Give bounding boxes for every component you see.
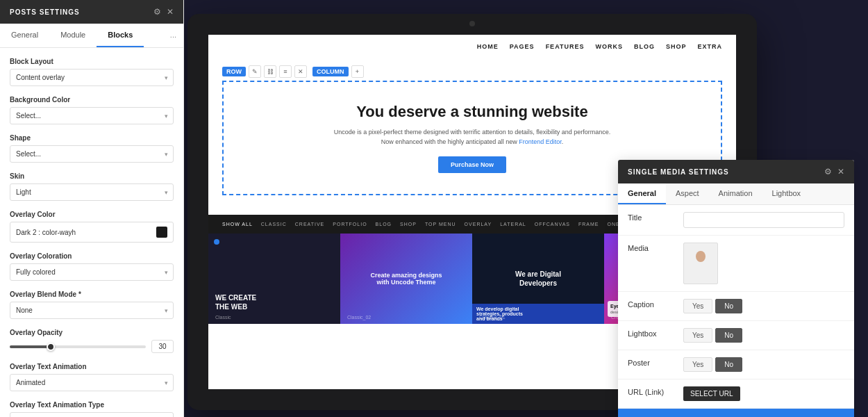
slider-value-input[interactable]: 30 xyxy=(151,340,174,353)
dark-menu-portfolio[interactable]: PORTFOLIO xyxy=(333,222,367,227)
overlay-opacity-slider-container: 30 xyxy=(10,340,174,353)
dark-menu-show-all[interactable]: SHOW ALL xyxy=(222,222,253,227)
overlay-blend-mode-select[interactable]: None xyxy=(10,302,174,319)
hero-subtitle: Uncode is a pixel-perfect theme designed… xyxy=(251,128,693,147)
dark-menu-top[interactable]: TOP MENU xyxy=(425,222,456,227)
purchase-now-button[interactable]: Purchase Now xyxy=(438,156,506,173)
color-swatch xyxy=(156,227,167,238)
pencil-icon[interactable]: ✎ xyxy=(249,65,261,78)
add-icon[interactable]: + xyxy=(351,65,364,78)
row-tag[interactable]: ROW xyxy=(222,67,246,76)
skin-label: Skin xyxy=(10,172,174,180)
hero-title: You deserve a stunning website xyxy=(251,103,693,121)
overlay-text-animation-select[interactable]: Animated xyxy=(10,374,174,391)
portfolio-title-3: We are DigitalDevelopers xyxy=(479,270,598,288)
media-poster-label: Poster xyxy=(628,357,676,367)
dark-menu-lateral[interactable]: LATERAL xyxy=(500,222,526,227)
overlay-blend-mode-label: Overlay Blend Mode * xyxy=(10,291,174,298)
background-color-label: Background Color xyxy=(10,96,174,104)
overlay-text-animation-select-wrapper: Animated ▾ xyxy=(10,374,174,391)
nav-pages[interactable]: PAGES xyxy=(510,43,535,50)
dark-menu-blog[interactable]: BLOG xyxy=(376,222,392,227)
portfolio-item-3[interactable]: We are DigitalDevelopers We develop digi… xyxy=(472,234,604,324)
overlay-coloration-field: Overlay Coloration Fully colored ▾ xyxy=(10,252,174,281)
portfolio-item-1[interactable]: WE CREATETHE WEB Classic xyxy=(208,234,340,324)
shape-select[interactable]: Select... xyxy=(10,145,174,163)
panel-title: POSTS SETTINGS xyxy=(10,8,80,16)
media-url-label: URL (Link) xyxy=(628,386,676,396)
media-caption-content: Yes No xyxy=(683,299,844,313)
nav-blog[interactable]: BLOG xyxy=(634,43,655,50)
poster-yes-btn[interactable]: Yes xyxy=(683,357,712,372)
background-color-field: Background Color Select... ▾ xyxy=(10,96,174,124)
portfolio-sub-banner: We develop digitalstrategies, productsan… xyxy=(472,304,604,324)
overlay-color-field: Overlay Color Dark 2 : color-wayh xyxy=(10,211,174,243)
media-title-input[interactable] xyxy=(683,212,844,228)
shape-label: Shape xyxy=(10,134,174,142)
list-icon[interactable]: ≡ xyxy=(279,65,292,78)
media-tab-aspect[interactable]: Aspect xyxy=(666,183,709,204)
tab-blocks[interactable]: Blocks xyxy=(97,24,144,47)
portfolio-item-2[interactable]: Create amazing designswith Uncode Theme … xyxy=(340,234,472,324)
overlay-blend-mode-field: Overlay Blend Mode * None ▾ xyxy=(10,291,174,319)
nav-extra[interactable]: EXTRA xyxy=(697,43,722,50)
site-nav: HOME PAGES FEATURES WORKS BLOG SHOP EXTR… xyxy=(208,35,736,58)
dark-menu-classic[interactable]: CLASSIC xyxy=(261,222,287,227)
media-close-icon[interactable]: ✕ xyxy=(837,167,844,177)
close-icon-toolbar[interactable]: ✕ xyxy=(294,65,307,78)
link-icon[interactable]: ⛓ xyxy=(264,65,276,78)
skin-select[interactable]: Light xyxy=(10,183,174,201)
dark-menu-overlay[interactable]: OVERLAY xyxy=(465,222,492,227)
media-tab-general[interactable]: General xyxy=(618,183,666,204)
select-url-button[interactable]: SELECT URL xyxy=(683,386,740,401)
column-tag[interactable]: COLUMN xyxy=(312,67,349,76)
settings-icon[interactable]: ⚙ xyxy=(153,7,161,17)
media-image-preview[interactable] xyxy=(683,243,718,284)
caption-yes-btn[interactable]: Yes xyxy=(683,299,712,313)
media-title-content xyxy=(683,212,844,228)
media-tab-lightbox[interactable]: Lightbox xyxy=(762,183,811,204)
lightbox-no-btn[interactable]: No xyxy=(715,328,742,343)
overlay-blend-mode-select-wrapper: None ▾ xyxy=(10,302,174,319)
nav-features[interactable]: FEATURES xyxy=(546,43,585,50)
block-layout-select[interactable]: Content overlay xyxy=(10,69,174,86)
svg-point-0 xyxy=(696,251,706,262)
nav-shop[interactable]: SHOP xyxy=(666,43,687,50)
tab-more[interactable]: ... xyxy=(163,24,183,47)
overlay-color-value: Dark 2 : color-wayh xyxy=(16,229,152,236)
frontend-editor-link[interactable]: Frontend Editor xyxy=(519,138,562,145)
media-tab-animation[interactable]: Animation xyxy=(709,183,762,204)
background-color-select[interactable]: Select... xyxy=(10,107,174,124)
media-settings-icon[interactable]: ⚙ xyxy=(824,167,832,177)
caption-yes-no: Yes No xyxy=(683,299,844,313)
panel-body: Block Layout Content overlay ▾ Backgroun… xyxy=(0,48,183,417)
media-panel-header: SINGLE MEDIA SETTINGS ⚙ ✕ xyxy=(618,160,854,183)
overlay-text-animation-type-select[interactable]: Bottom to top xyxy=(10,412,174,417)
dark-menu-offcanvas[interactable]: OFFCANVAS xyxy=(535,222,570,227)
media-poster-row: Poster Yes No xyxy=(618,350,854,379)
portfolio-label-3: Creative_01 xyxy=(479,315,506,320)
dark-menu-creative[interactable]: CREATIVE xyxy=(295,222,325,227)
save-changes-button[interactable]: SAVE CHANGES xyxy=(618,409,854,417)
media-image-label: Media xyxy=(628,243,676,252)
tab-module[interactable]: Module xyxy=(49,24,97,47)
dark-menu-shop[interactable]: SHOP xyxy=(400,222,417,227)
nav-works[interactable]: WORKS xyxy=(595,43,623,50)
panel-header: POSTS SETTINGS ⚙ ✕ xyxy=(0,0,183,24)
close-icon[interactable]: ✕ xyxy=(167,7,174,17)
dark-menu-frame[interactable]: FRAME xyxy=(578,222,599,227)
tab-general[interactable]: General xyxy=(0,24,49,47)
blue-dot-1 xyxy=(214,239,219,245)
overlay-coloration-label: Overlay Coloration xyxy=(10,252,174,260)
poster-no-btn[interactable]: No xyxy=(715,357,742,372)
slider-thumb[interactable] xyxy=(47,343,55,351)
overlay-coloration-select[interactable]: Fully colored xyxy=(10,263,174,281)
lightbox-yes-btn[interactable]: Yes xyxy=(683,328,712,343)
media-lightbox-row: Lightbox Yes No xyxy=(618,321,854,350)
background-color-select-wrapper: Select... ▾ xyxy=(10,107,174,124)
slider-track[interactable] xyxy=(10,345,146,348)
caption-no-btn[interactable]: No xyxy=(715,299,742,313)
nav-home[interactable]: HOME xyxy=(477,43,499,50)
overlay-text-animation-type-select-wrapper: Bottom to top ▾ xyxy=(10,412,174,417)
overlay-color-input[interactable]: Dark 2 : color-wayh xyxy=(10,222,174,243)
